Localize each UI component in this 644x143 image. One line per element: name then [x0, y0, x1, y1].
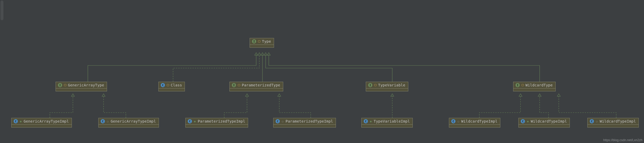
node-type[interactable]: I Type [250, 38, 274, 48]
node-generic-array-type-impl-1[interactable]: C GenericArrayTypeImpl [11, 118, 72, 128]
node-label: GenericArrayType [68, 83, 104, 87]
node-parameterized-type[interactable]: I ParameterizedType [229, 82, 283, 91]
node-parameterized-type-impl-1[interactable]: C ParameterizedTypeImpl [185, 118, 248, 128]
class-icon: C [276, 119, 280, 123]
node-label: WildcardTypeImpl [600, 119, 636, 123]
node-type-variable-impl[interactable]: C TypeVariableImpl [361, 118, 413, 128]
svg-marker-2 [261, 53, 264, 55]
class-icon: C [364, 119, 368, 123]
svg-marker-6 [102, 94, 105, 96]
class-icon: C [188, 119, 192, 123]
visibility-icon [238, 84, 240, 86]
node-generic-array-type[interactable]: I GenericArrayType [56, 82, 107, 91]
svg-marker-11 [538, 94, 541, 96]
svg-marker-5 [71, 94, 74, 96]
node-label: WildcardTypeImpl [531, 119, 567, 123]
class-icon: C [590, 119, 594, 123]
svg-marker-1 [258, 53, 261, 55]
node-label: GenericArrayTypeImpl [111, 119, 156, 123]
node-label: Class [171, 83, 182, 87]
node-wildcard-type[interactable]: I WildcardType [513, 82, 556, 91]
svg-marker-3 [264, 53, 267, 55]
node-label: ParameterizedType [242, 83, 280, 87]
interface-icon: I [368, 83, 372, 87]
svg-marker-4 [267, 53, 270, 55]
watermark: https://blog.csdn.net/Lxn2zh [603, 138, 642, 142]
visibility-icon [194, 120, 196, 123]
svg-marker-12 [557, 94, 560, 96]
visibility-icon [167, 84, 169, 86]
node-wildcard-type-impl-1[interactable]: C WildcardTypeImpl [449, 118, 500, 128]
interface-icon: I [58, 83, 62, 87]
svg-marker-9 [391, 94, 394, 96]
visibility-icon [281, 120, 284, 123]
node-type-variable[interactable]: I TypeVariable [366, 82, 408, 91]
node-class[interactable]: C Class [158, 82, 185, 91]
class-icon: C [451, 119, 455, 123]
node-wildcard-type-impl-3[interactable]: C WildcardTypeImpl [587, 118, 639, 128]
class-icon: C [101, 119, 105, 123]
node-wildcard-type-impl-2[interactable]: C WildcardTypeImpl [518, 118, 570, 128]
node-label: ParameterizedTypeImpl [286, 119, 333, 123]
visibility-icon [19, 120, 22, 123]
node-label: ParameterizedTypeImpl [198, 119, 245, 123]
svg-marker-10 [519, 94, 522, 96]
interface-icon: I [516, 83, 520, 87]
visibility-icon [369, 120, 372, 123]
svg-marker-8 [278, 94, 281, 96]
diagram-canvas[interactable]: I Type I GenericArrayType C Class I Para… [0, 0, 644, 143]
visibility-icon [527, 120, 529, 123]
svg-marker-7 [245, 94, 249, 96]
node-label: Type [262, 39, 271, 43]
visibility-icon [258, 40, 260, 43]
interface-icon: I [232, 83, 236, 87]
visibility-icon [595, 120, 598, 123]
interface-icon: I [252, 39, 256, 43]
visibility-icon [457, 120, 460, 123]
node-generic-array-type-impl-2[interactable]: C GenericArrayTypeImpl [98, 118, 159, 128]
visibility-icon [374, 84, 377, 86]
visibility-icon [106, 120, 109, 123]
node-label: TypeVariableImpl [374, 119, 410, 123]
node-label: WildcardType [525, 83, 553, 87]
node-label: GenericArrayTypeImpl [24, 119, 69, 123]
class-icon: C [521, 119, 525, 123]
svg-marker-0 [255, 53, 258, 55]
visibility-icon [64, 84, 66, 86]
visibility-icon [521, 84, 524, 86]
class-icon: C [14, 119, 18, 123]
node-parameterized-type-impl-2[interactable]: C ParameterizedTypeImpl [273, 118, 336, 128]
node-label: TypeVariable [378, 83, 405, 87]
node-label: WildcardTypeImpl [461, 119, 497, 123]
class-icon: C [161, 83, 165, 87]
